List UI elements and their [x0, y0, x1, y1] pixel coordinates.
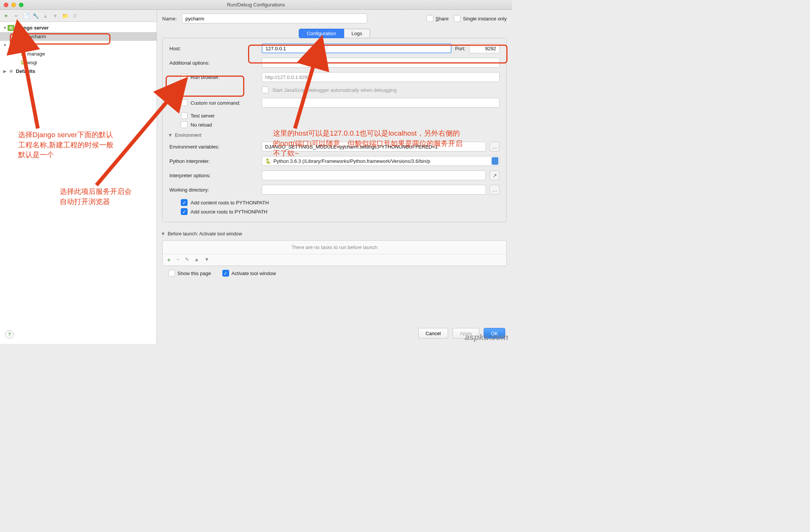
window-title: Run/Debug Configurations — [0, 2, 512, 8]
django-icon: dj — [19, 34, 26, 40]
checkbox-icon — [181, 74, 188, 80]
tree-label: pycharm — [27, 34, 46, 39]
tree-node-python-manage[interactable]: 🐍 manage — [0, 49, 157, 58]
bl-up-button[interactable]: ▲ — [194, 257, 199, 263]
add-content-roots-checkbox[interactable]: ✓ Add content roots to PYTHONPATH — [169, 199, 269, 206]
add-configuration-button[interactable]: ＋ — [3, 13, 9, 19]
move-down-button[interactable]: ▼ — [52, 13, 58, 19]
cancel-button[interactable]: Cancel — [418, 328, 448, 339]
port-input[interactable] — [469, 43, 500, 53]
tree-label: Django server — [16, 25, 49, 31]
name-label: Name: — [162, 16, 177, 22]
env-vars-input[interactable] — [262, 142, 486, 152]
bl-down-button[interactable]: ▼ — [204, 257, 209, 263]
configuration-panel: Name: Share Single instance only Configu… — [157, 10, 512, 344]
python-icon: 🐍 — [8, 42, 14, 48]
tree-label: Python — [16, 42, 33, 48]
start-js-debugger-label: Start JavaScript debugger automatically … — [272, 87, 397, 93]
config-tabs: Configuration Logs — [162, 29, 507, 38]
sidebar-toolbar: ＋ − 📄 🔧 ▲ ▼ 📁 ⇵ — [0, 10, 157, 22]
single-instance-checkbox[interactable]: Single instance only — [454, 15, 507, 22]
tree-node-django-pycharm[interactable]: dj pycharm — [0, 32, 157, 41]
disclose-icon[interactable]: ▼ — [2, 26, 8, 30]
checkbox-icon — [427, 15, 433, 22]
checkbox-checked-icon: ✓ — [181, 199, 188, 206]
tree-label: Defaults — [16, 68, 35, 74]
share-checkbox[interactable]: Share — [427, 15, 449, 22]
checkbox-icon — [454, 15, 461, 22]
python-icon: 🐍 — [19, 51, 26, 57]
tab-logs[interactable]: Logs — [344, 29, 370, 38]
additional-options-label: Additional options: — [169, 60, 256, 66]
move-up-button[interactable]: ▲ — [42, 13, 48, 19]
activate-tool-window-checkbox[interactable]: ✓ Activate tool window — [222, 270, 276, 277]
tree-node-django-server[interactable]: ▼ dj Django server — [0, 23, 157, 32]
checkbox-checked-icon: ✓ — [222, 270, 229, 277]
checkbox-icon — [262, 87, 268, 93]
run-browser-checkbox[interactable]: Run browser: — [169, 74, 256, 80]
before-launch-tasks-list: There are no tasks to run before launch … — [162, 240, 507, 266]
env-vars-browse-button[interactable]: … — [490, 142, 500, 152]
start-js-debugger-checkbox[interactable]: Start JavaScript debugger automatically … — [262, 87, 500, 93]
python-interpreter-select[interactable]: 🐍 Python 3.6.3 (/Library/Frameworks/Pyth… — [262, 156, 500, 166]
titlebar: Run/Debug Configurations — [0, 0, 512, 10]
additional-options-input[interactable] — [262, 58, 500, 68]
checkbox-icon — [181, 112, 188, 119]
run-browser-url-input[interactable] — [262, 72, 500, 82]
copy-configuration-button[interactable]: 📄 — [23, 13, 29, 19]
before-launch-header[interactable]: ▼ Before launch: Activate tool window — [161, 231, 507, 237]
folder-button[interactable]: 📁 — [62, 13, 68, 19]
tree-node-python[interactable]: ▼ 🐍 Python — [0, 41, 157, 49]
interpreter-options-input[interactable] — [262, 170, 486, 180]
custom-run-command-checkbox[interactable]: Custom run command: — [169, 99, 256, 106]
disclose-icon: ▼ — [168, 133, 172, 138]
test-server-checkbox[interactable]: Test server — [169, 112, 256, 119]
show-this-page-checkbox[interactable]: Show this page — [168, 270, 211, 277]
gear-icon: ⚙ — [8, 68, 14, 74]
tree-label: manage — [27, 51, 45, 57]
disclose-icon: ▼ — [161, 231, 165, 237]
tab-configuration[interactable]: Configuration — [299, 29, 344, 38]
configurations-sidebar: ＋ − 📄 🔧 ▲ ▼ 📁 ⇵ ▼ dj Django server dj py… — [0, 10, 157, 344]
add-source-roots-label: Add source roots to PYTHONPATH — [191, 209, 267, 215]
tree-node-defaults[interactable]: ▶ ⚙ Defaults — [0, 67, 157, 76]
python-icon: 🐍 — [265, 158, 271, 164]
help-button[interactable]: ? — [5, 330, 14, 339]
name-input[interactable] — [182, 14, 367, 23]
checkbox-icon — [181, 121, 188, 128]
working-directory-input[interactable] — [262, 185, 486, 195]
env-vars-label: Environment variables: — [169, 144, 256, 150]
no-reload-label: No reload — [191, 122, 212, 128]
bl-edit-button[interactable]: ✎ — [185, 257, 189, 263]
add-content-roots-label: Add content roots to PYTHONPATH — [191, 200, 269, 206]
host-label: Host: — [169, 46, 256, 51]
watermark: aspku.com — [465, 332, 508, 342]
environment-section-header[interactable]: ▼ Environment — [168, 133, 500, 138]
host-input[interactable] — [262, 43, 452, 53]
disclose-icon[interactable]: ▶ — [2, 69, 8, 73]
remove-configuration-button[interactable]: − — [13, 13, 19, 19]
edit-defaults-button[interactable]: 🔧 — [33, 13, 39, 19]
python-icon: 🐍 — [19, 60, 26, 66]
tree-node-python-wsgi[interactable]: 🐍 wsgi — [0, 58, 157, 67]
custom-run-command-input[interactable] — [262, 98, 500, 108]
show-this-page-label: Show this page — [177, 271, 211, 276]
bl-remove-button[interactable]: − — [177, 257, 180, 263]
test-server-label: Test server — [191, 113, 215, 119]
working-directory-browse-button[interactable]: … — [490, 185, 500, 195]
run-browser-label: Run browser: — [191, 74, 220, 80]
no-reload-checkbox[interactable]: No reload — [169, 121, 256, 128]
python-interpreter-label: Python interpreter: — [169, 158, 256, 164]
port-label: Port: — [455, 46, 466, 51]
add-source-roots-checkbox[interactable]: ✓ Add source roots to PYTHONPATH — [169, 208, 267, 215]
interpreter-options-expand-button[interactable]: ↗ — [490, 170, 500, 180]
bl-add-button[interactable]: ＋ — [166, 257, 171, 263]
sort-button[interactable]: ⇵ — [72, 13, 78, 19]
activate-tool-window-label: Activate tool window — [231, 271, 276, 276]
tree-label: wsgi — [27, 60, 37, 65]
configuration-tree[interactable]: ▼ dj Django server dj pycharm ▼ 🐍 Python… — [0, 22, 157, 344]
django-icon: dj — [8, 25, 14, 31]
working-directory-label: Working directory: — [169, 187, 256, 193]
interpreter-options-label: Interpreter options: — [169, 173, 256, 178]
disclose-icon[interactable]: ▼ — [2, 43, 8, 47]
